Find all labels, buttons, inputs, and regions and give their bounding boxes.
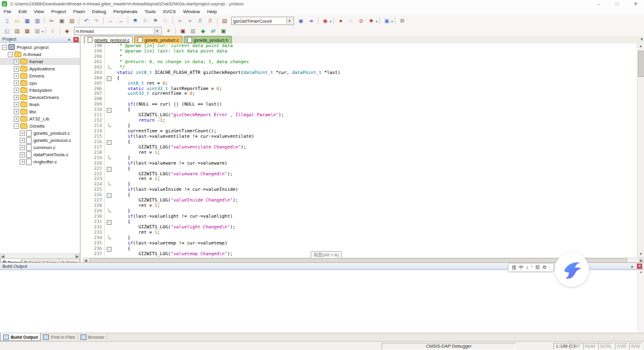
- code-editor[interactable]: 198 * @param [in] cur: current data poin…: [83, 44, 637, 258]
- code-line[interactable]: 228 ret = 1;: [83, 203, 637, 209]
- menu-item-edit[interactable]: Edit: [15, 8, 30, 16]
- tree-item-gizwits[interactable]: −Gizwits: [0, 122, 80, 129]
- close-button[interactable]: ✕: [627, 0, 644, 8]
- fold-gutter[interactable]: [104, 236, 114, 241]
- close-icon[interactable]: ✕: [73, 37, 79, 42]
- fold-collapse-icon[interactable]: −: [107, 193, 112, 198]
- fold-gutter[interactable]: [104, 230, 114, 236]
- fold-gutter[interactable]: [104, 225, 114, 230]
- editor-tab-gizwits_product-c[interactable]: gizwits_product.c: [134, 36, 182, 44]
- editor-vertical-scrollbar[interactable]: ▲ ▼: [637, 44, 644, 258]
- pin-icon[interactable]: ▲: [67, 37, 72, 42]
- build-output-content[interactable]: ▲: [0, 270, 644, 333]
- fold-collapse-icon[interactable]: −: [107, 220, 112, 225]
- fold-gutter[interactable]: [104, 81, 114, 86]
- copy-icon[interactable]: ▣: [57, 17, 66, 26]
- tree-item-common-c[interactable]: +common.c: [0, 144, 80, 151]
- fold-gutter[interactable]: [104, 252, 114, 257]
- bottom-tab-build-output[interactable]: Build Output: [0, 333, 41, 341]
- tree-item-rt-thread[interactable]: −rt-thread: [0, 51, 80, 58]
- ime-item-1[interactable]: 中: [519, 264, 524, 271]
- code-line[interactable]: 207 uint32_t currentTime = 0;: [83, 91, 637, 97]
- tree-item-devicedrivers[interactable]: +DeviceDrivers: [0, 94, 80, 101]
- bird-logo-icon[interactable]: [555, 252, 589, 287]
- tree-item-libc[interactable]: +libc: [0, 108, 80, 115]
- build-icon[interactable]: ▤: [13, 27, 21, 36]
- code-line[interactable]: 209 if((NULL == cur) || (NULL == last)): [83, 102, 637, 107]
- fold-gutter[interactable]: [104, 54, 114, 60]
- fold-gutter[interactable]: [104, 129, 114, 134]
- fold-gutter[interactable]: [104, 161, 114, 166]
- code-line[interactable]: 237 GIZWITS_LOG("valuetemp Changed\n");: [83, 252, 637, 257]
- tree-item-gizwits-product-c[interactable]: +gizwits_product.c: [0, 129, 80, 137]
- tree-item-drivers[interactable]: +Drivers: [0, 72, 80, 79]
- save-all-icon[interactable]: ▥: [33, 17, 42, 26]
- fold-gutter[interactable]: [104, 182, 114, 187]
- window-layout-icon[interactable]: ▣: [382, 17, 391, 26]
- code-line[interactable]: 203static int8_t ICACHE_FLASH_ATTR gizCh…: [83, 70, 637, 76]
- expand-icon[interactable]: +: [14, 95, 19, 100]
- download-icon[interactable]: ⇩: [48, 27, 57, 36]
- fold-collapse-icon[interactable]: −: [107, 108, 112, 113]
- maximize-button[interactable]: □: [609, 0, 626, 8]
- fold-gutter[interactable]: [104, 176, 114, 182]
- editor-tab-gizwits_protocol-c[interactable]: gizwits_protocol.c: [84, 36, 133, 44]
- uncomment-icon[interactable]: //: [206, 17, 215, 26]
- code-line[interactable]: 217 GIZWITS_LOG("valueventilate Changed\…: [83, 145, 637, 150]
- ime-item-0[interactable]: 搜: [512, 264, 516, 271]
- tree-item-ringbuffer-c[interactable]: +ringbuffer.c: [0, 158, 80, 165]
- search-icon[interactable]: ◉: [321, 17, 330, 26]
- ime-item-3[interactable]: ’’: [531, 264, 532, 271]
- clear-bookmarks-icon[interactable]: ⚐: [161, 17, 170, 26]
- tree-item-filesystem[interactable]: +Filesystem: [0, 86, 80, 94]
- fold-collapse-icon[interactable]: −: [107, 140, 112, 145]
- fold-gutter[interactable]: −: [104, 107, 114, 113]
- fold-gutter[interactable]: −: [104, 193, 114, 198]
- editor-tab-gizwits_product-h[interactable]: gizwits_product.h: [184, 36, 232, 44]
- fold-gutter[interactable]: [104, 65, 114, 70]
- bottom-tab-find-in-files[interactable]: Find in Files: [41, 333, 78, 340]
- expand-icon[interactable]: +: [20, 159, 25, 165]
- fold-gutter[interactable]: [104, 91, 114, 97]
- indent-icon[interactable]: »: [185, 17, 194, 26]
- prev-bookmark-icon[interactable]: ⚐: [141, 17, 150, 26]
- manage-rte-icon[interactable]: ◆: [199, 27, 208, 36]
- fold-collapse-icon[interactable]: −: [107, 76, 112, 81]
- redo-icon[interactable]: ↷: [92, 17, 101, 26]
- fold-gutter[interactable]: [104, 60, 114, 65]
- ime-item-2[interactable]: ♪: [526, 264, 528, 271]
- menu-item-flash[interactable]: Flash: [70, 8, 89, 16]
- code-line[interactable]: 220 if(last->valuewarm != cur->valuewarm…: [83, 161, 637, 166]
- collapse-icon[interactable]: −: [8, 52, 13, 57]
- cut-icon[interactable]: ✂: [47, 17, 56, 26]
- tree-item-at32-lib[interactable]: +AT32_Lib: [0, 115, 80, 122]
- outdent-icon[interactable]: «: [175, 17, 184, 26]
- code-line[interactable]: 223 ret = 1;: [83, 176, 637, 182]
- tree-item-datapointtools-c[interactable]: +dataPointTools.c: [0, 151, 80, 158]
- fold-gutter[interactable]: [104, 156, 114, 161]
- menu-item-svcs[interactable]: SVCS: [159, 8, 179, 16]
- expand-icon[interactable]: +: [14, 88, 19, 93]
- minimize-button[interactable]: –: [590, 0, 607, 8]
- code-line[interactable]: 212 return -1;: [83, 118, 637, 123]
- build-output-scrollbar[interactable]: ▲: [637, 270, 644, 333]
- menu-item-project[interactable]: Project: [48, 8, 70, 16]
- fold-collapse-icon[interactable]: −: [107, 247, 112, 252]
- comment-icon[interactable]: //: [196, 17, 205, 26]
- code-line[interactable]: 199 * @param [in] last: last data point …: [83, 49, 637, 54]
- fold-gutter[interactable]: [104, 214, 114, 219]
- chevron-down-icon[interactable]: ▾: [286, 18, 292, 24]
- menu-item-view[interactable]: View: [30, 8, 48, 16]
- find-term-combobox[interactable]: gizGetTimerCount▾: [231, 17, 294, 25]
- toggle-bookmark-icon[interactable]: ⚑: [131, 17, 140, 26]
- fold-gutter[interactable]: [104, 70, 114, 76]
- disable-all-breakpoints-icon[interactable]: ❖: [367, 17, 376, 26]
- fold-gutter[interactable]: [104, 102, 114, 107]
- navigate-back-icon[interactable]: ←: [106, 17, 115, 26]
- fold-gutter[interactable]: [104, 49, 114, 54]
- line-number[interactable]: 237: [83, 252, 104, 257]
- fold-gutter[interactable]: −: [104, 76, 114, 81]
- code-line[interactable]: 201 * @return: 0, no change in data; 1, …: [83, 60, 637, 65]
- breakpoint-disabled-icon[interactable]: ○: [346, 17, 355, 26]
- file-extensions-icon[interactable]: ▣: [178, 27, 187, 36]
